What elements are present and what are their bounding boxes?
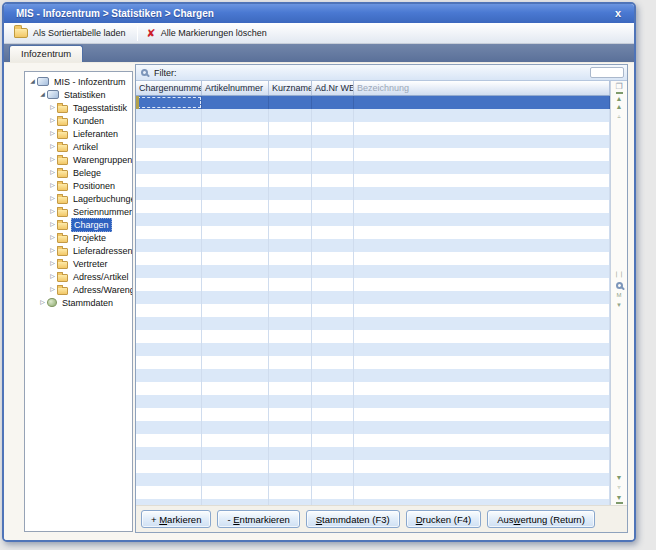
page-up-icon[interactable]: ▵ [617,112,620,122]
tree-item-chargen[interactable]: ▷Chargen [25,218,132,231]
table-row[interactable] [136,291,610,304]
tree-expanded-icon[interactable]: ◢ [28,75,37,88]
tree-item-label: Stammdaten [60,297,115,309]
table-row[interactable] [136,122,610,135]
column-header-ad-nr-we[interactable]: Ad.Nr WE [312,81,354,95]
tree-item-lieferadressen[interactable]: ▷Lieferadressen [25,244,132,257]
tree-collapsed-icon[interactable]: ▷ [48,257,57,270]
table-row[interactable] [136,252,610,265]
tree-item-lagerbuchungen[interactable]: ▷Lagerbuchungen [25,192,132,205]
column-chooser-icon[interactable]: ❐ [615,82,622,92]
table-cell [354,291,610,304]
table-row[interactable] [136,161,610,174]
table-row[interactable] [136,395,610,408]
column-header-kurzname[interactable]: Kurzname [269,81,312,95]
tree-item-adress-artikel[interactable]: ▷Adress/Artikel [25,270,132,283]
tree-collapsed-icon[interactable]: ▷ [48,205,57,218]
tree-expanded-icon[interactable]: ◢ [38,88,47,101]
move-up-icon[interactable]: ▲ [616,102,623,112]
table-row[interactable] [136,278,610,291]
close-icon[interactable]: x [612,5,624,22]
tab-infozentrum[interactable]: Infozentrum [9,45,83,62]
button-stammdaten-f3[interactable]: Stammdaten (F3) [306,510,400,528]
table-row[interactable] [136,174,610,187]
row-height-icon[interactable]: ❘❘ [614,270,624,280]
tree-collapsed-icon[interactable]: ▷ [48,140,57,153]
scroll-to-bottom-icon[interactable]: ▼ [616,493,623,503]
table-row[interactable] [136,304,610,317]
tree-collapsed-icon[interactable]: ▷ [48,231,57,244]
table-row[interactable] [136,135,610,148]
table-row[interactable] [136,421,610,434]
tree-item-mis-infozentrum[interactable]: ◢MIS - Infozentrum [25,75,132,88]
tree-item-statistiken[interactable]: ◢Statistiken [25,88,132,101]
move-down-icon[interactable]: ▼ [616,473,623,483]
button-markieren[interactable]: + Markieren [141,510,211,528]
tree-item-warengruppen[interactable]: ▷Warengruppen [25,153,132,166]
filter-input[interactable] [590,67,624,78]
clear-all-marks-button[interactable]: ✘ Alle Markierungen löschen [141,26,275,40]
tree-item-adress-warengruppen[interactable]: ▷Adress/Warengruppen [25,283,132,296]
column-header-bezeichnung[interactable]: Bezeichnung [354,81,610,95]
table-row[interactable] [136,200,610,213]
scroll-to-top-icon[interactable]: ▲ [616,92,623,102]
tree-collapsed-icon[interactable]: ▷ [48,114,57,127]
table-row[interactable] [136,434,610,447]
table-row[interactable] [136,356,610,369]
table-row[interactable] [136,265,610,278]
table-row[interactable] [136,408,610,421]
tree-collapsed-icon[interactable]: ▷ [48,283,57,296]
tree-item-projekte[interactable]: ▷Projekte [25,231,132,244]
tree-item-seriennummern[interactable]: ▷Seriennummern [25,205,132,218]
tree-item-kunden[interactable]: ▷Kunden [25,114,132,127]
tree-collapsed-icon[interactable]: ▷ [38,296,47,309]
table-row-selected[interactable] [136,96,610,109]
column-header-artikelnummer[interactable]: Artikelnummer [202,81,269,95]
table-row[interactable] [136,213,610,226]
table-row[interactable] [136,486,610,499]
table-cell [136,252,202,265]
tree-collapsed-icon[interactable]: ▷ [48,101,57,114]
button-entmarkieren[interactable]: - Entmarkieren [217,510,299,528]
table-row[interactable] [136,239,610,252]
tree-item-artikel[interactable]: ▷Artikel [25,140,132,153]
tree-item-belege[interactable]: ▷Belege [25,166,132,179]
tree-collapsed-icon[interactable]: ▷ [48,166,57,179]
table-row[interactable] [136,447,610,460]
column-header-label: Ad.Nr WE [315,83,354,93]
marked-rows-icon[interactable]: M [617,291,622,301]
table-row[interactable] [136,317,610,330]
tree-item-stammdaten[interactable]: ▷Stammdaten [25,296,132,309]
table-cell [136,187,202,200]
tree-collapsed-icon[interactable]: ▷ [48,218,57,231]
button-auswertung-return[interactable]: Auswertung (Return) [487,510,595,528]
search-icon[interactable] [616,282,623,289]
tree-collapsed-icon[interactable]: ▷ [48,153,57,166]
tree-item-positionen[interactable]: ▷Positionen [25,179,132,192]
tree-collapsed-icon[interactable]: ▷ [48,244,57,257]
tree-item-vertreter[interactable]: ▷Vertreter [25,257,132,270]
table-row[interactable] [136,109,610,122]
table-cell [354,447,610,460]
filter-funnel-icon[interactable]: ▼ [616,301,622,311]
table-row[interactable] [136,499,610,505]
tree-collapsed-icon[interactable]: ▷ [48,270,57,283]
tree-collapsed-icon[interactable]: ▷ [48,179,57,192]
button-drucken-f4[interactable]: Drucken (F4) [406,510,481,528]
page-down-icon[interactable]: ▿ [617,483,620,493]
table-row[interactable] [136,343,610,356]
table-row[interactable] [136,382,610,395]
tree-collapsed-icon[interactable]: ▷ [48,127,57,140]
load-as-sorttable-button[interactable]: Als Sortiertabelle laden [8,26,134,40]
column-header-chargennummer[interactable]: Chargennummer▼ [136,81,202,95]
tree-item-lieferanten[interactable]: ▷Lieferanten [25,127,132,140]
table-row[interactable] [136,369,610,382]
table-row[interactable] [136,187,610,200]
table-row[interactable] [136,460,610,473]
table-row[interactable] [136,473,610,486]
table-row[interactable] [136,148,610,161]
tree-item-tagesstatistik[interactable]: ▷Tagesstatistik [25,101,132,114]
table-row[interactable] [136,226,610,239]
tree-collapsed-icon[interactable]: ▷ [48,192,57,205]
table-row[interactable] [136,330,610,343]
